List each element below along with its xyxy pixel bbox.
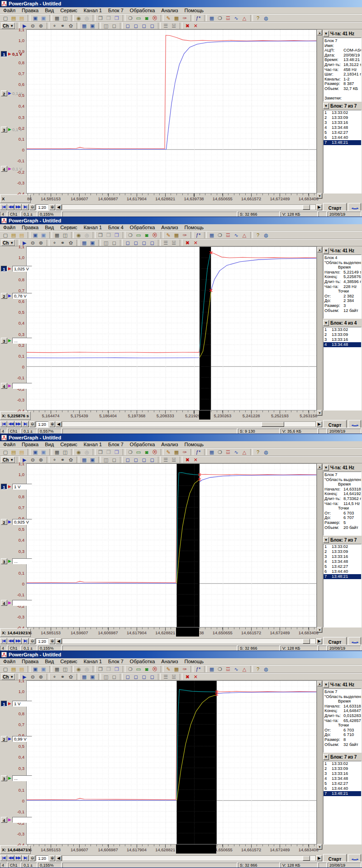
web-icon[interactable]: ◍ <box>262 665 270 673</box>
copy-block-icon[interactable]: ❐ <box>96 231 105 239</box>
monitor-icon[interactable]: ▭ <box>134 448 143 456</box>
single-view-icon[interactable]: ◻ <box>110 22 118 29</box>
spectrum-icon[interactable]: △ <box>240 14 248 22</box>
channel-2-button[interactable]: 2 <box>1 736 7 742</box>
channel-1-button[interactable]: 1 <box>1 266 7 272</box>
xy-plot-icon[interactable]: ∿ <box>232 14 240 22</box>
block-list-item[interactable]: 313:33:16 <box>324 337 361 342</box>
style-flower-icon[interactable]: ✿ <box>67 239 75 246</box>
block-list-item[interactable]: 313:33:16 <box>324 120 361 125</box>
block-prev-icon[interactable]: ◻ <box>132 456 140 463</box>
block-info-list[interactable]: Блок 7"Область выделенияВремяНачало:14,6… <box>323 472 362 536</box>
save-icon[interactable]: ▣ <box>31 665 39 673</box>
block-first-icon[interactable]: ◻ <box>124 673 132 680</box>
save-as-icon[interactable]: ▣ <box>39 231 48 239</box>
horizontal-scrollbar[interactable] <box>62 855 316 861</box>
print-preview-icon[interactable]: ◫ <box>61 665 69 673</box>
anchor-marker-icon[interactable]: ⚭ <box>58 22 67 29</box>
channel-4-value[interactable] <box>12 817 32 823</box>
channel-2-control[interactable]: 2▶0,78 V <box>1 292 32 299</box>
channel-3-value[interactable]: ... <box>12 338 32 344</box>
run-green-icon[interactable]: ◙ <box>143 448 151 456</box>
chevron-down-icon[interactable]: ▼ <box>323 465 329 471</box>
zoom-out-icon[interactable]: ⊖ <box>29 22 37 29</box>
block-list[interactable]: 113:33:02213:33:09313:33:16413:34:48513:… <box>323 761 362 844</box>
channel-1-control[interactable]: 1▶1 V <box>1 700 32 707</box>
channel-2-button[interactable]: 2 <box>1 519 7 525</box>
horizontal-scrollbar[interactable] <box>62 638 316 644</box>
block-list-item[interactable]: 213:33:09 <box>324 766 361 771</box>
save-icon[interactable]: ▣ <box>31 14 39 22</box>
menu-item-3[interactable]: Сервис <box>57 224 81 231</box>
chevron-down-icon[interactable]: ▼ <box>323 248 329 254</box>
help-icon[interactable]: ? <box>254 448 262 456</box>
menu-item-7[interactable]: Анализ <box>158 224 181 231</box>
stop-light-icon[interactable]: ⦿ <box>151 665 159 673</box>
zoom-lens-icon[interactable]: ❍ <box>216 231 224 239</box>
print-icon[interactable]: ▦ <box>53 665 61 673</box>
edit-pencil-icon[interactable]: ✎ <box>164 448 172 456</box>
menu-item-8[interactable]: Помощь <box>181 658 207 665</box>
titlebar[interactable]: PowerGraph - Untitled <box>0 651 362 658</box>
copy-block-icon[interactable]: ❐ <box>96 14 105 22</box>
new-icon[interactable]: ▢ <box>1 448 10 456</box>
copy-graph-icon[interactable]: ❐ <box>113 231 121 239</box>
menu-item-6[interactable]: Обработка <box>127 658 158 665</box>
plot-area[interactable] <box>26 463 317 627</box>
channel-2-value[interactable]: 0,99 V <box>12 736 32 742</box>
open-data-icon[interactable]: ▤ <box>18 665 26 673</box>
channel-3-button[interactable]: 3 <box>1 127 7 132</box>
channel-4-button[interactable]: 4 <box>1 817 7 823</box>
cut-selection-icon[interactable]: ✕ <box>191 239 200 246</box>
lines-view-icon[interactable]: ☰ <box>162 456 170 463</box>
channel-3-value[interactable]: ... <box>12 775 32 781</box>
next-block-button[interactable]: ▶▶ <box>14 421 22 427</box>
search-icon[interactable]: ❍ <box>126 231 134 239</box>
open-icon[interactable]: ▤ <box>10 231 18 239</box>
edit-pencil-icon[interactable]: ✎ <box>164 665 172 673</box>
channel-4-control[interactable]: 4▶0,1 V <box>1 165 22 172</box>
single-view-icon[interactable]: ◻ <box>110 456 118 463</box>
cut-selection-icon[interactable]: ✕ <box>191 673 200 680</box>
menu-item-2[interactable]: Вид <box>42 7 57 14</box>
menu-item-8[interactable]: Помощь <box>181 7 207 14</box>
copy-graph-icon[interactable]: ❐ <box>113 448 121 456</box>
web-icon[interactable]: ◍ <box>262 14 270 22</box>
block-next-icon[interactable]: ◻ <box>140 22 148 29</box>
block-list-item[interactable]: 213:33:09 <box>324 115 361 120</box>
menu-item-6[interactable]: Обработка <box>127 224 158 231</box>
grid-view-icon[interactable]: ▦ <box>80 673 88 680</box>
menu-item-5[interactable]: Блок 7 <box>105 441 127 448</box>
web-icon[interactable]: ◍ <box>262 231 270 239</box>
brush-icon[interactable]: ✑ <box>181 448 189 456</box>
zoom-lens-icon[interactable]: ❍ <box>216 448 224 456</box>
brush-icon[interactable]: ✑ <box>181 14 189 22</box>
block-last-icon[interactable]: ◻ <box>148 22 156 29</box>
open-icon[interactable]: ▤ <box>10 665 18 673</box>
paste-block-icon[interactable]: ❒ <box>105 448 113 456</box>
last-block-button[interactable]: ▶| <box>22 855 29 861</box>
acquire-save-icon[interactable]: ◎ <box>83 14 91 22</box>
chevron-down-icon[interactable]: ▼ <box>323 103 329 109</box>
next-block-button[interactable]: ▶▶ <box>14 638 22 644</box>
menu-item-4[interactable]: Канал 1 <box>81 224 105 231</box>
grid-view-icon[interactable]: ▦ <box>80 22 88 29</box>
channel-2-control[interactable]: 2▶0,1 V <box>1 90 22 96</box>
grid-view-2-icon[interactable]: ▣ <box>88 239 96 246</box>
overlay-view-icon[interactable]: ☱ <box>170 22 178 29</box>
prev-block-button[interactable]: ◀◀ <box>7 638 14 644</box>
open-data-icon[interactable]: ▤ <box>18 14 26 22</box>
grid-view-2-icon[interactable]: ▣ <box>88 22 96 29</box>
zoom-out-button[interactable]: ⊖ <box>29 855 35 861</box>
grid-view-icon[interactable]: ▦ <box>80 456 88 463</box>
channel-3-control[interactable]: 3▶... <box>1 775 32 781</box>
channel-4-value[interactable] <box>12 600 32 606</box>
search-icon[interactable]: ❍ <box>126 448 134 456</box>
block-prev-icon[interactable]: ◻ <box>132 239 140 246</box>
delete-selection-icon[interactable]: ✖ <box>183 22 191 29</box>
zoom-lens-icon[interactable]: ❍ <box>216 14 224 22</box>
channel-1-control[interactable]: 1▶1 V <box>1 483 32 490</box>
split-view-icon[interactable]: ◫ <box>102 673 110 680</box>
point-marker-icon[interactable]: ⚬ <box>50 239 58 246</box>
split-view-icon[interactable]: ◫ <box>102 456 110 463</box>
